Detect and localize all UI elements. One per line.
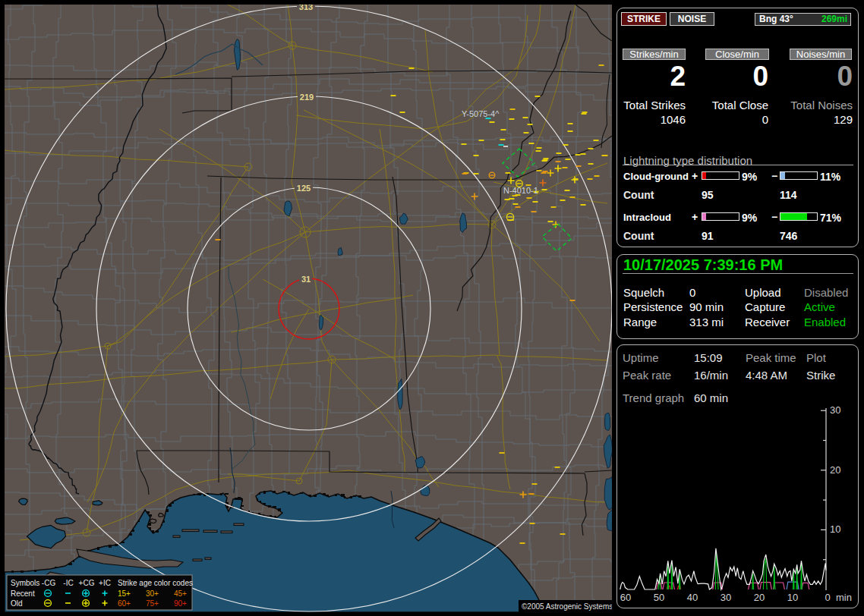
svg-text:+CG: +CG [79, 579, 95, 587]
svg-text:+IC: +IC [99, 579, 111, 587]
svg-text:10: 10 [830, 523, 840, 535]
svg-text:20: 20 [754, 592, 765, 603]
svg-text:45+: 45+ [174, 589, 187, 598]
svg-text:75+: 75+ [146, 599, 159, 608]
svg-text:219: 219 [300, 93, 314, 102]
svg-text:60: 60 [620, 592, 631, 603]
svg-text:15+: 15+ [118, 589, 131, 598]
svg-text:Strike age color codes: Strike age color codes [118, 579, 193, 587]
svg-text:20: 20 [830, 464, 840, 476]
svg-text:Old: Old [11, 599, 23, 608]
svg-text:30: 30 [830, 404, 840, 416]
svg-text:30: 30 [721, 592, 731, 603]
svg-text:40: 40 [687, 592, 698, 603]
svg-text:30+: 30+ [146, 589, 159, 598]
svg-text:min: min [836, 592, 852, 603]
svg-text:60+: 60+ [118, 599, 131, 608]
svg-text:Y-5075-4^: Y-5075-4^ [462, 109, 500, 118]
svg-text:50: 50 [654, 592, 664, 603]
svg-text:10: 10 [787, 592, 798, 603]
svg-text:125: 125 [297, 184, 311, 193]
svg-text:N-4010-1: N-4010-1 [503, 186, 538, 195]
svg-text:0: 0 [825, 592, 830, 603]
svg-text:31: 31 [301, 275, 311, 284]
svg-text:-CG: -CG [42, 579, 56, 587]
svg-text:©2005 Astrogenic Systems: ©2005 Astrogenic Systems [522, 602, 612, 611]
svg-text:313: 313 [299, 5, 313, 11]
svg-text:90+: 90+ [174, 599, 187, 608]
svg-text:Symbols: Symbols [11, 579, 39, 587]
svg-text:Recent: Recent [11, 589, 35, 598]
svg-text:-IC: -IC [63, 579, 73, 587]
